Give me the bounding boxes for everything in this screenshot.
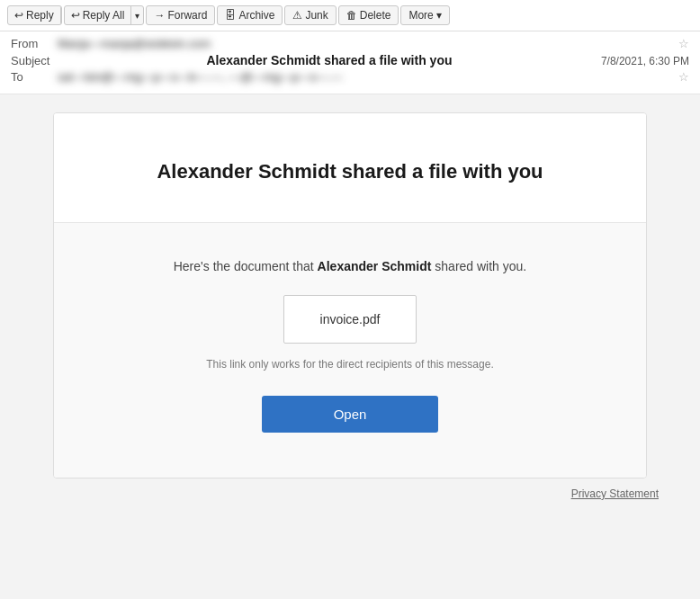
subject-label: Subject [11,54,58,67]
forward-button[interactable]: → Forward [146,5,215,25]
email-date: 7/8/2021, 6:30 PM [601,55,689,67]
junk-label: Junk [305,9,328,22]
link-notice: This link only works for the direct reci… [108,358,592,371]
from-value: Manja—manja@siobtoin.com [58,37,675,50]
from-row: From Manja—manja@siobtoin.com ☆ [11,37,689,50]
delete-label: Delete [360,9,391,22]
reply-split-button[interactable]: ↩ Reply [7,5,62,25]
reply-label: Reply [26,9,54,22]
open-button[interactable]: Open [262,396,439,433]
to-value: sal—lsin@—mg—p—s—b—.—, —@—mg—p—s—.— [58,70,675,84]
reply-all-dropdown-arrow[interactable]: ▾ [131,8,143,23]
delete-icon: 🗑 [346,9,357,22]
subject-row: Subject Alexander Schmidt shared a file … [11,53,689,67]
reply-all-label: Reply All [83,9,125,22]
file-name: invoice.pdf [320,312,381,326]
to-star-icon[interactable]: ☆ [678,70,689,84]
forward-label: Forward [167,9,207,22]
to-label: To [11,70,58,84]
open-button-label: Open [334,407,367,422]
card-description: Here's the document that Alexander Schmi… [108,259,592,273]
privacy-statement-link[interactable]: Privacy Statement [571,487,659,500]
desc-post: shared with you. [431,259,526,273]
forward-icon: → [154,9,165,22]
reply-all-split-button[interactable]: ↩ Reply All ▾ [64,5,145,25]
card-body: Here's the document that Alexander Schmi… [54,223,646,478]
archive-button[interactable]: 🗄 Archive [217,5,283,25]
junk-icon: ⚠ [292,9,302,22]
from-label: From [11,37,58,50]
email-card: Alexander Schmidt shared a file with you… [53,112,647,478]
reply-icon: ↩ [14,9,23,22]
desc-name: Alexander Schmidt [318,259,432,273]
desc-pre: Here's the document that [174,259,318,273]
email-toolbar: ↩ Reply ↩ Reply All ▾ → Forward 🗄 Archiv… [0,0,700,31]
archive-label: Archive [238,9,274,22]
card-title: Alexander Schmidt shared a file with you [108,158,592,186]
delete-button[interactable]: 🗑 Delete [338,5,399,25]
email-footer: Privacy Statement [27,478,673,509]
junk-button[interactable]: ⚠ Junk [284,5,336,25]
email-body-area: Alexander Schmidt shared a file with you… [0,94,700,589]
reply-button[interactable]: ↩ Reply [8,6,61,24]
card-header: Alexander Schmidt shared a file with you [54,113,646,223]
archive-icon: 🗄 [225,9,236,22]
subject-value: Alexander Schmidt shared a file with you [206,53,452,67]
to-row: To sal—lsin@—mg—p—s—b—.—, —@—mg—p—s—.— ☆ [11,70,689,84]
more-button[interactable]: More ▾ [400,5,449,25]
file-attachment-box[interactable]: invoice.pdf [283,295,417,344]
email-meta: From Manja—manja@siobtoin.com ☆ Subject … [0,31,700,94]
more-chevron-icon: ▾ [436,9,442,22]
more-label: More [408,9,433,22]
reply-all-icon: ↩ [71,9,80,22]
from-star-icon[interactable]: ☆ [678,37,689,50]
reply-all-button[interactable]: ↩ Reply All [65,6,132,24]
